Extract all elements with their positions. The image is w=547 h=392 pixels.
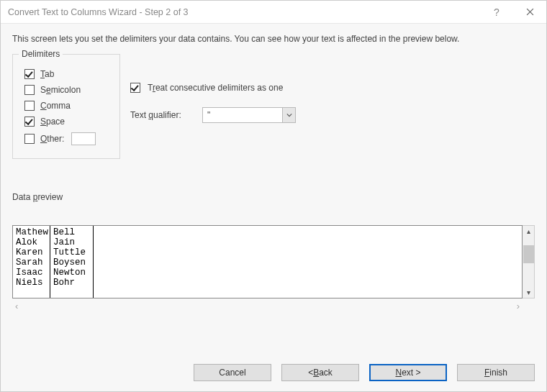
checkbox-other-label: Other: (40, 134, 64, 144)
checkbox-space[interactable] (24, 117, 35, 127)
footer-buttons: Cancel < Back Next > Finish (1, 360, 546, 391)
cancel-button[interactable]: Cancel (194, 364, 271, 381)
close-button[interactable] (513, 1, 546, 24)
preview-col-2: Bell Jain Tuttle Boysen Newton Bohr (50, 226, 94, 298)
window-title: Convert Text to Columns Wizard - Step 2 … (8, 7, 480, 17)
other-delimiter-input[interactable] (71, 132, 96, 145)
finish-button[interactable]: Finish (457, 364, 535, 381)
text-qualifier-label: Text qualifier: (130, 110, 195, 120)
scroll-up-icon[interactable]: ▴ (527, 226, 530, 237)
checkbox-tab[interactable] (24, 69, 35, 79)
help-button[interactable]: ? (480, 1, 513, 24)
checkbox-consecutive-label: Treat consecutive delimiters as one (148, 83, 283, 93)
text-qualifier-combo[interactable]: " (202, 107, 296, 123)
wizard-dialog: Convert Text to Columns Wizard - Step 2 … (0, 0, 547, 392)
checkbox-semicolon-row[interactable]: Semicolon (24, 85, 112, 95)
data-preview-legend: Data preview (12, 192, 535, 202)
scroll-down-icon[interactable]: ▾ (527, 287, 530, 298)
data-preview: Mathew Alok Karen Sarah Isaac Niels Bell… (12, 225, 523, 298)
checkbox-tab-label: Tab (40, 69, 54, 79)
delimiters-legend: Delimiters (19, 49, 63, 59)
chevron-down-icon (286, 112, 292, 118)
vertical-scrollbar[interactable]: ▴ ▾ (523, 225, 535, 298)
checkbox-tab-row[interactable]: Tab (24, 69, 112, 79)
next-button[interactable]: Next > (369, 364, 447, 381)
preview-col-1: Mathew Alok Karen Sarah Isaac Niels (13, 226, 50, 298)
scroll-thumb[interactable] (523, 245, 534, 263)
back-button[interactable]: < Back (281, 364, 359, 381)
checkbox-consecutive[interactable] (130, 83, 140, 93)
checkbox-space-label: Space (40, 117, 65, 127)
checkbox-semicolon-label: Semicolon (40, 85, 81, 95)
checkbox-comma-label: Comma (40, 101, 71, 111)
close-icon (526, 8, 534, 16)
checkbox-consecutive-row[interactable]: Treat consecutive delimiters as one (130, 83, 296, 93)
delimiters-group: Delimiters Tab Semicolon Comma Space (12, 54, 120, 159)
instruction-text: This screen lets you set the delimiters … (12, 34, 535, 44)
scroll-left-icon[interactable]: ‹ (15, 301, 18, 311)
titlebar: Convert Text to Columns Wizard - Step 2 … (1, 1, 546, 24)
checkbox-other-row[interactable]: Other: (24, 132, 112, 145)
checkbox-comma[interactable] (24, 101, 35, 111)
checkbox-semicolon[interactable] (24, 85, 35, 95)
checkbox-space-row[interactable]: Space (24, 117, 112, 127)
horizontal-scrollbar[interactable]: ‹ › (12, 300, 523, 312)
scroll-right-icon[interactable]: › (517, 301, 520, 311)
checkbox-other[interactable] (24, 134, 35, 144)
text-qualifier-dropdown-button[interactable] (282, 108, 295, 122)
checkbox-comma-row[interactable]: Comma (24, 101, 112, 111)
text-qualifier-value: " (203, 110, 282, 120)
